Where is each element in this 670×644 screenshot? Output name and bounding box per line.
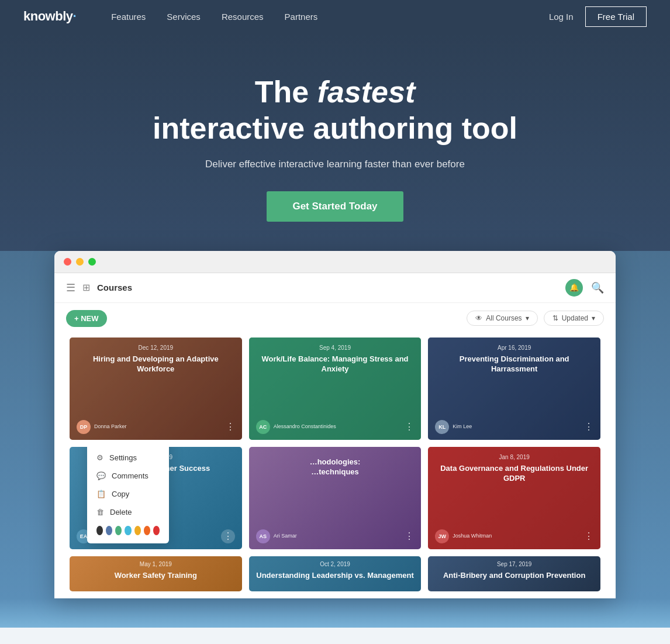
color-dot-1[interactable]: [96, 526, 103, 535]
card-author-2: AC Alessandro Constantinides: [256, 420, 336, 434]
comments-icon: 💬: [96, 471, 106, 480]
nav-right: Log In Free Trial: [549, 6, 647, 27]
app-header: ☰ ⊞ Courses 🔔 🔍: [54, 273, 616, 303]
nav-resources[interactable]: Resources: [222, 12, 264, 22]
hero-section: The fastest interactive authoring tool D…: [0, 33, 670, 598]
hero-subheadline: Deliver effective interactive learning f…: [23, 159, 647, 170]
author-name-5: Ari Samar: [274, 533, 297, 539]
sort-icon: ⇅: [552, 314, 558, 322]
course-card-5[interactable]: …hodologies:…techniques AS Ari Samar ⋮: [249, 447, 422, 549]
eye-icon: 👁: [475, 314, 482, 322]
card-author-1: DP Donna Parker: [77, 420, 127, 434]
card-title-9: Anti-Bribery and Corruption Prevention: [435, 571, 593, 581]
nav-links: Features Services Resources Partners: [111, 12, 549, 22]
get-started-button[interactable]: Get Started Today: [267, 191, 403, 222]
card-title-1: Hiring and Developing an Adaptive Workfo…: [78, 354, 234, 374]
browser-mockup: ☰ ⊞ Courses 🔔 🔍 + NEW 👁 All Cour: [54, 251, 616, 598]
copy-icon: 📋: [96, 490, 106, 498]
course-card-4[interactable]: Oct 24, 2019 Next Level Customer Success…: [70, 447, 242, 549]
course-dropdown-menu: ✈ Publish ⚙ Settings 💬 Comments 📋: [87, 447, 169, 543]
filter-all-courses[interactable]: 👁 All Courses ▾: [467, 311, 537, 326]
search-icon[interactable]: 🔍: [591, 281, 604, 294]
card-title-7: Worker Safety Training: [77, 571, 235, 581]
card-date-2: Sep 4, 2019: [257, 345, 413, 351]
avatar-6: JW: [435, 529, 449, 543]
nav-features[interactable]: Features: [111, 12, 146, 22]
notification-count: 🔔: [569, 283, 579, 292]
navbar: knowbly· Features Services Resources Par…: [0, 0, 670, 33]
color-dot-7[interactable]: [153, 526, 160, 535]
course-card-8[interactable]: Oct 2, 2019 Understanding Leadership vs.…: [249, 556, 422, 591]
card-author-3: KL Kim Lee: [435, 420, 472, 434]
avatar-5: AS: [256, 529, 270, 543]
filter-row: 👁 All Courses ▾ ⇅ Updated ▾: [467, 311, 604, 326]
color-dot-5[interactable]: [134, 526, 141, 535]
browser-dot-close: [64, 258, 71, 266]
course-grid: Dec 12, 2019 Hiring and Developing an Ad…: [54, 334, 616, 553]
notification-button[interactable]: 🔔: [565, 279, 583, 297]
course-card-1[interactable]: Dec 12, 2019 Hiring and Developing an Ad…: [70, 338, 242, 440]
delete-label: Delete: [110, 508, 132, 516]
card-more-5[interactable]: ⋮: [405, 531, 414, 542]
color-dot-6[interactable]: [144, 526, 150, 535]
card-more-2[interactable]: ⋮: [405, 421, 414, 432]
color-dot-2[interactable]: [106, 526, 112, 535]
wave-section: [0, 598, 670, 628]
color-picker: [87, 521, 169, 540]
card-date-9: Sep 17, 2019: [435, 561, 593, 567]
menu-item-delete[interactable]: 🗑 Delete: [87, 503, 169, 521]
color-dot-3[interactable]: [115, 526, 122, 535]
card-date-7: May 1, 2019: [77, 561, 235, 567]
app-title: Courses: [97, 283, 132, 292]
author-name-2: Alessandro Constantinides: [274, 423, 336, 430]
copy-label: Copy: [112, 490, 129, 498]
avatar-3: KL: [435, 420, 449, 434]
courses-icon: ⊞: [82, 282, 90, 293]
card-title-3: Preventing Discrimination and Harrassmen…: [436, 354, 592, 374]
settings-label: Settings: [109, 453, 137, 462]
course-card-6[interactable]: Jan 8, 2019 Data Governance and Regulati…: [428, 447, 600, 549]
nav-services[interactable]: Services: [167, 12, 201, 22]
nav-partners[interactable]: Partners: [285, 12, 318, 22]
new-course-button[interactable]: + NEW: [66, 310, 107, 327]
card-more-3[interactable]: ⋮: [584, 421, 593, 432]
course-card-2[interactable]: Sep 4, 2019 Work/Life Balance: Managing …: [249, 338, 422, 440]
filter-updated[interactable]: ⇅ Updated ▾: [544, 311, 604, 326]
card-title-8: Understanding Leadership vs. Management: [256, 571, 415, 581]
course-card-9[interactable]: Sep 17, 2019 Anti-Bribery and Corruption…: [428, 556, 600, 591]
avatar-2: AC: [256, 420, 270, 434]
author-name-6: Joshua Whitman: [453, 533, 492, 539]
menu-item-copy[interactable]: 📋 Copy: [87, 485, 169, 503]
course-card-3[interactable]: Apr 16, 2019 Preventing Discrimination a…: [428, 338, 600, 440]
author-name-1: Donna Parker: [94, 423, 127, 430]
card-date-8: Oct 2, 2019: [256, 561, 415, 567]
card-more-1[interactable]: ⋮: [226, 421, 235, 432]
course-card-7[interactable]: May 1, 2019 Worker Safety Training: [70, 556, 242, 591]
card-more-6[interactable]: ⋮: [584, 531, 593, 542]
card-date-6: Jan 8, 2019: [436, 454, 592, 460]
app-header-right: 🔔 🔍: [565, 279, 604, 297]
filter-updated-label: Updated: [562, 314, 588, 322]
comments-label: Comments: [112, 471, 148, 480]
browser-dot-maximize: [88, 258, 96, 266]
avatar-1: DP: [77, 420, 91, 434]
card-footer-2: AC Alessandro Constantinides ⋮: [256, 420, 415, 434]
filter-all-label: All Courses: [486, 314, 522, 322]
color-dot-4[interactable]: [125, 526, 131, 535]
author-name-3: Kim Lee: [453, 423, 472, 430]
delete-icon: 🗑: [96, 508, 104, 516]
login-button[interactable]: Log In: [549, 12, 574, 22]
headline-italic: fastest: [317, 75, 416, 109]
logo: knowbly·: [23, 9, 76, 24]
menu-item-comments[interactable]: 💬 Comments: [87, 467, 169, 485]
hamburger-icon[interactable]: ☰: [66, 281, 75, 294]
chevron-down-icon: ▾: [526, 314, 529, 322]
card-footer-3: KL Kim Lee ⋮: [435, 420, 593, 434]
card-more-4[interactable]: ⋮: [221, 529, 235, 543]
menu-item-settings[interactable]: ⚙ Settings: [87, 449, 169, 467]
card-footer-5: AS Ari Samar ⋮: [256, 529, 415, 543]
app-toolbar: + NEW 👁 All Courses ▾ ⇅ Updated ▾: [54, 303, 616, 334]
free-trial-button[interactable]: Free Trial: [585, 6, 647, 27]
app-header-left: ☰ ⊞ Courses: [66, 281, 565, 294]
card-title-2: Work/Life Balance: Managing Stress and A…: [257, 354, 413, 374]
